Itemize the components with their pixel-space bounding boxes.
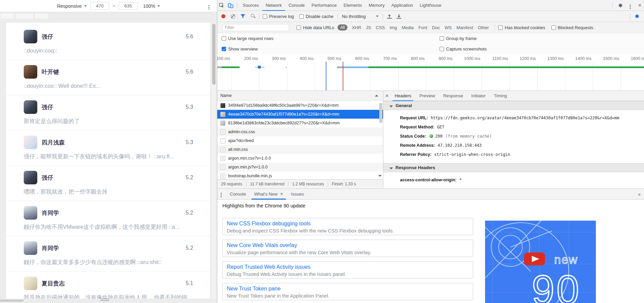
toggle-device-toolbar-button[interactable]	[226, 1, 235, 9]
request-list-scrollbar-thumb[interactable]	[379, 103, 382, 123]
comment-rating: 5.2	[186, 245, 193, 251]
group-by-frame-checkbox[interactable]: Group by frame	[440, 36, 477, 41]
close-details-button[interactable]: ×	[383, 93, 390, 99]
blocked-requests-checkbox[interactable]: Blocked Requests	[551, 25, 593, 30]
hide-data-urls-checkbox[interactable]: Hide data URLs	[297, 25, 334, 30]
drawer-overflow-icon[interactable]: »	[638, 191, 644, 197]
device-resize-handle[interactable]	[100, 299, 109, 302]
devtools-menu-button[interactable]	[626, 1, 635, 9]
devtools-tabbar-right: ×	[610, 1, 644, 9]
scroll-down-arrow-icon[interactable]	[378, 175, 382, 177]
scrollbar-thumb[interactable]	[212, 24, 216, 85]
details-tab[interactable]: Headers	[390, 91, 415, 101]
whats-new-card-link[interactable]: Report Trusted Web Activity issues	[227, 263, 469, 271]
drawer-tab-console[interactable]: Console	[226, 189, 250, 200]
device-height-input[interactable]	[119, 2, 138, 10]
filter-funnel-icon[interactable]	[240, 14, 245, 19]
devtools-tab[interactable]: Network	[262, 0, 285, 11]
resource-type-filter[interactable]: Manifest	[454, 25, 476, 30]
request-method-label: Request Method:	[400, 125, 434, 129]
devtools-tab[interactable]: Lighthouse	[416, 0, 445, 11]
request-row[interactable]: argon.min.css?v=1.0.0	[217, 154, 383, 163]
page-horizontal-scrollbar-thumb[interactable]	[0, 300, 24, 302]
whats-new-card-link[interactable]: New Core Web Vitals overlay	[227, 241, 469, 249]
use-large-request-rows-checkbox[interactable]: Use large request rows	[222, 36, 274, 41]
request-row[interactable]: 4eeae3470cb70e74430af1f077d80e1a?s=220&r…	[217, 110, 383, 119]
search-icon[interactable]	[251, 14, 256, 19]
devtools-tab[interactable]: Console	[285, 0, 308, 11]
request-row[interactable]: all.min.css	[217, 145, 383, 154]
general-section-title: General	[396, 101, 412, 110]
request-row[interactable]: admin-css.css	[217, 127, 383, 136]
comment-header: 夏目贵志 5.1	[24, 277, 193, 290]
details-tab[interactable]: Initiator	[467, 91, 490, 101]
throttling-select[interactable]: No throttling	[342, 14, 379, 19]
device-mode-select[interactable]: Responsive	[57, 3, 87, 9]
inspect-element-button[interactable]	[217, 1, 226, 9]
record-network-log-button[interactable]	[221, 14, 225, 18]
import-har-icon[interactable]	[387, 14, 392, 19]
details-tab[interactable]: Timing	[490, 91, 511, 101]
disable-cache-checkbox[interactable]: Disable cache	[299, 14, 334, 19]
resource-type-filter[interactable]: Other	[476, 25, 491, 30]
devtools-tab[interactable]: Sources	[239, 0, 262, 11]
device-width-input[interactable]	[90, 2, 109, 10]
network-settings-button[interactable]	[632, 12, 641, 20]
devtools-tab[interactable]: Performance	[308, 0, 340, 11]
resource-type-filter[interactable]: JS	[364, 25, 374, 30]
drawer-tab-whats-new[interactable]: What's New ×	[250, 189, 287, 200]
resource-type-filter[interactable]: XHR	[349, 25, 363, 30]
device-toolbar-menu-button[interactable]	[208, 3, 209, 9]
devtools-tab[interactable]: Elements	[340, 0, 365, 11]
request-name: all.min.css	[228, 147, 248, 152]
devtools-tab[interactable]: Memory	[365, 0, 388, 11]
sort-ascending-icon	[375, 95, 378, 97]
devtools-close-button[interactable]: ×	[636, 2, 643, 8]
request-name: 4eeae3470cb70e74430af1f077d80e1a?s=220&r…	[228, 112, 339, 117]
general-section-header[interactable]: General	[383, 101, 644, 110]
whats-new-card-link[interactable]: New CSS Flexbox debugging tools	[227, 220, 469, 228]
resource-type-filter[interactable]: CSS	[374, 25, 387, 30]
throttling-value: No throttling	[342, 14, 366, 19]
whats-new-card-link[interactable]: New Trust Token pane	[227, 285, 469, 293]
preserve-log-checkbox[interactable]: Preserve log	[263, 14, 294, 19]
dimension-times-label: ×	[113, 3, 115, 8]
network-overview-timeline[interactable]: 100 ms200 ms300 ms400 ms500 ms600 ms700 …	[217, 54, 644, 91]
filter-input[interactable]	[222, 24, 289, 31]
network-filter-row: Hide data URLs All XHRJSCSSImgMediaFontD…	[217, 22, 644, 33]
requests-column: Name 345f4e871d156ba9dc48f6c50c3aab98?s=…	[217, 91, 383, 188]
device-zoom-select[interactable]: 100%	[143, 3, 160, 9]
request-row[interactable]: bootstrap.bundle.min.js	[217, 171, 383, 179]
show-overview-checkbox[interactable]: Show overview	[222, 46, 258, 52]
drawer-tab-issues[interactable]: Issues	[287, 189, 308, 200]
resource-type-filter[interactable]: WS	[442, 25, 454, 30]
request-row[interactable]: ajax?do=feed	[217, 136, 383, 145]
request-row[interactable]: 345f4e871d156ba9dc48f6c50c3aab98?s=220&r…	[217, 101, 383, 110]
capture-screenshots-checkbox[interactable]: Capture screenshots	[440, 46, 487, 52]
timeline-tick-label: 1500 ms	[593, 56, 621, 61]
request-row[interactable]: argon.min.js?v=1.0.0	[217, 163, 383, 171]
drawer-menu-button[interactable]	[217, 191, 226, 197]
clear-network-log-button[interactable]	[231, 14, 235, 19]
resource-type-filter[interactable]: Media	[399, 25, 416, 30]
page-vertical-scrollbar[interactable]	[212, 23, 216, 299]
resource-type-filter[interactable]: Img	[387, 25, 399, 30]
details-tab[interactable]: Response	[439, 91, 467, 101]
has-blocked-cookies-checkbox[interactable]: Has blocked cookies	[498, 25, 545, 30]
close-tab-icon[interactable]: ×	[280, 189, 283, 199]
response-headers-section-header[interactable]: Response Headers	[383, 163, 644, 172]
devtools-tab[interactable]: Application	[388, 0, 417, 11]
resource-type-filter[interactable]: Font	[416, 25, 430, 30]
resource-type-icon	[220, 129, 225, 135]
details-tab[interactable]: Preview	[415, 91, 439, 101]
request-row[interactable]: 8136be1d3863cfde23c3ddcbec892d27?s=220&r…	[217, 119, 383, 127]
triangle-down-icon	[389, 167, 393, 169]
resource-type-filter[interactable]: Doc	[430, 25, 442, 30]
avatar	[24, 136, 37, 149]
chrome-90-video-thumbnail[interactable]: new 90	[485, 221, 596, 303]
settings-button[interactable]	[616, 1, 625, 9]
export-har-icon[interactable]	[397, 14, 401, 19]
requests-name-column-header[interactable]: Name	[217, 91, 383, 101]
headers-panel: General Request URL:https://fdn.geekzu.o…	[383, 101, 644, 188]
filter-all-pill[interactable]: All	[338, 24, 347, 31]
